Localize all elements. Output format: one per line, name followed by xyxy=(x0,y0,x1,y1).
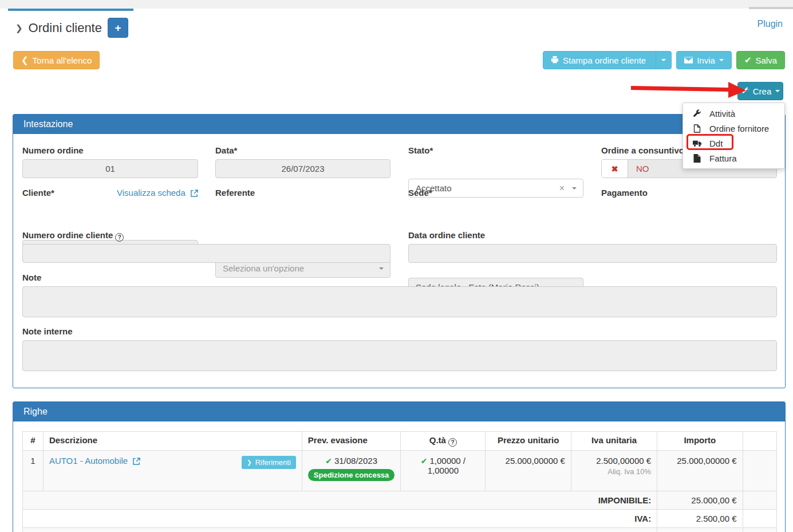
question-circle-icon[interactable]: ? xyxy=(448,438,457,447)
referente-label: Referente xyxy=(215,188,255,198)
panel-righe-header: Righe xyxy=(13,402,785,421)
caret-down-icon xyxy=(719,59,724,61)
prev-evasione-date: 31/08/2023 xyxy=(334,456,377,466)
wrench-icon xyxy=(692,109,702,118)
page: ❯ Ordini cliente + Plugin ❮ Torna all'el… xyxy=(0,0,793,532)
numero-ordine-cliente-label: Numero ordine cliente? xyxy=(22,230,124,242)
riferimenti-badge[interactable]: ❯ Riferimenti xyxy=(242,456,296,469)
row-prev-evasione-cell: ✔31/08/2023 Spedizione concessa xyxy=(302,451,401,491)
cliente-label: Cliente* xyxy=(22,188,54,198)
page-title: Ordini cliente xyxy=(29,21,102,36)
print-order-label: Stampa ordine cliente xyxy=(563,56,646,65)
chevron-right-icon: ❯ xyxy=(247,459,251,466)
back-to-list-label: Torna all'elenco xyxy=(33,56,92,65)
create-label: Crea xyxy=(753,86,772,96)
iva-label: IVA: xyxy=(23,510,657,528)
x-mark-icon[interactable]: ✖ xyxy=(602,160,628,178)
panel-righe: Righe # Descrizione Prev. evasione Q.tà?… xyxy=(13,401,786,532)
col-header-prev-evasione: Prev. evasione xyxy=(302,432,401,451)
print-order-button[interactable]: Stampa ordine cliente xyxy=(543,51,672,69)
chevron-right-icon: ❯ xyxy=(15,23,23,33)
create-button[interactable]: Crea xyxy=(737,82,783,100)
col-header-importo: Importo xyxy=(657,432,743,451)
visualizza-scheda-label: Visualizza scheda xyxy=(117,188,186,198)
visualizza-scheda-link[interactable]: Visualizza scheda xyxy=(117,188,198,199)
imponibile-value: 25.000,00 € xyxy=(657,491,743,510)
truck-icon xyxy=(692,140,702,147)
caret-down-icon xyxy=(572,187,577,190)
clear-icon[interactable]: × xyxy=(559,183,565,194)
iva-total-value: 2.500,00 € xyxy=(657,510,743,528)
row-qta-cell: ✔1,00000 / 1,00000 xyxy=(401,451,486,491)
print-dropdown-toggle[interactable] xyxy=(656,51,671,69)
row-descrizione-cell: AUTO1 - Automobile ❯ Riferimenti xyxy=(43,451,302,491)
referente-placeholder: Seleziona un'opzione xyxy=(223,263,304,273)
printer-icon xyxy=(551,56,559,65)
menu-item-fattura[interactable]: Fattura xyxy=(683,151,784,165)
sede-label: Sede* xyxy=(408,188,432,198)
stato-label: Stato* xyxy=(408,145,433,155)
menu-item-ordine-fornitore[interactable]: Ordine fornitore xyxy=(683,121,784,136)
panel-intestazione: Intestazione Numero ordine 01 Data* 26/0… xyxy=(13,114,786,388)
article-link[interactable]: AUTO1 - Automobile xyxy=(49,456,140,467)
numero-ordine-cliente-input[interactable] xyxy=(22,244,390,263)
total-row-partial xyxy=(23,528,777,532)
qta-total: 1,00000 xyxy=(407,466,479,475)
save-label: Salva xyxy=(755,56,777,65)
tab-ordini-cliente[interactable]: ❯ Ordini cliente + xyxy=(8,9,133,45)
menu-item-label: Ddt xyxy=(709,139,723,148)
iva-value: 2.500,00000 € xyxy=(577,456,651,466)
create-dropdown-menu: Attività Ordine fornitore Ddt Fattura xyxy=(682,103,785,169)
total-row-iva: IVA: 2.500,00 € xyxy=(23,510,777,528)
add-tab-button[interactable]: + xyxy=(108,18,128,38)
plus-icon: + xyxy=(115,22,121,34)
menu-item-label: Ordine fornitore xyxy=(709,124,769,133)
table-row: 1 AUTO1 - Automobile ❯ Riferim xyxy=(23,451,777,491)
send-label: Invia xyxy=(697,56,715,65)
file-outline-icon xyxy=(692,124,702,133)
col-header-iva-unitaria: Iva unitaria xyxy=(571,432,657,451)
check-icon: ✔ xyxy=(325,456,332,466)
plugin-link[interactable]: Plugin xyxy=(758,19,783,29)
numero-ordine-input: 01 xyxy=(22,159,198,178)
magic-wand-icon xyxy=(741,86,749,96)
note-label: Note xyxy=(22,273,41,282)
menu-item-attivita[interactable]: Attività xyxy=(683,106,784,121)
ordine-consuntivo-label: Ordine a consuntivo xyxy=(601,145,684,155)
caret-down-icon xyxy=(379,267,384,270)
data-label: Data* xyxy=(215,145,237,155)
inactive-tab-edge xyxy=(749,7,793,9)
data-input: 26/07/2023 xyxy=(215,159,390,178)
note-interne-textarea xyxy=(22,340,777,371)
row-actions-cell xyxy=(743,451,776,491)
external-link-icon xyxy=(191,189,198,199)
check-icon: ✔ xyxy=(421,456,428,466)
caret-down-icon xyxy=(661,59,666,61)
col-header-descrizione: Descrizione xyxy=(43,432,302,451)
external-link-icon xyxy=(133,457,140,467)
row-prezzo-cell: 25.000,00000 € xyxy=(486,451,571,491)
back-to-list-button[interactable]: ❮ Torna all'elenco xyxy=(13,51,100,69)
save-button[interactable]: ✔ Salva xyxy=(736,51,785,69)
aliquota-label: Aliq. Iva 10% xyxy=(577,467,651,476)
note-interne-label: Note interne xyxy=(22,326,73,336)
panel-intestazione-header: Intestazione xyxy=(13,115,785,134)
note-textarea xyxy=(22,286,777,317)
menu-item-ddt[interactable]: Ddt xyxy=(683,136,784,151)
righe-table: # Descrizione Prev. evasione Q.tà? Prezz… xyxy=(22,431,777,532)
col-header-prezzo-unitario: Prezzo unitario xyxy=(486,432,571,451)
col-header-qta: Q.tà? xyxy=(401,432,486,451)
col-header-actions xyxy=(743,432,776,451)
stato-select[interactable]: Accettato × xyxy=(408,179,583,198)
row-number: 1 xyxy=(23,451,44,491)
data-ordine-cliente-input[interactable] xyxy=(408,244,777,263)
question-circle-icon[interactable]: ? xyxy=(115,233,124,242)
send-button[interactable]: Invia xyxy=(676,51,732,69)
chevron-left-icon: ❮ xyxy=(21,55,29,65)
table-header-row: # Descrizione Prev. evasione Q.tà? Prezz… xyxy=(23,432,777,451)
toolbar-right: Stampa ordine cliente Invia ✔ Salva xyxy=(543,51,785,69)
numero-ordine-label: Numero ordine xyxy=(22,145,84,155)
article-label: AUTO1 - Automobile xyxy=(49,456,128,466)
data-ordine-cliente-label: Data ordine cliente xyxy=(408,230,485,240)
total-row-imponibile: IMPONIBILE: 25.000,00 € xyxy=(23,491,777,510)
